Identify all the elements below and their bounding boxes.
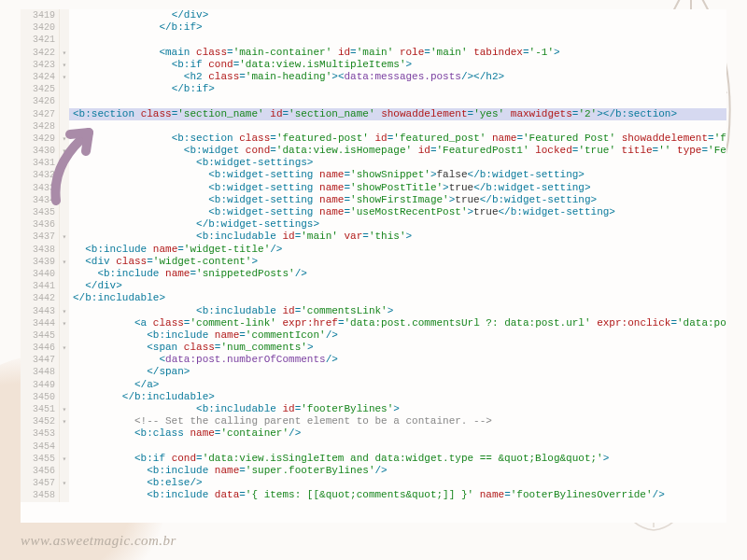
code-editor[interactable]: 3419 </div>3420 </b:if>34213422▾ <main c… xyxy=(21,9,726,523)
code-line[interactable]: 3450 </b:includable> xyxy=(21,391,726,403)
code-content[interactable]: <b:includable id='commentsLink'> xyxy=(69,305,393,317)
code-line[interactable]: 3431▾ <b:widget-settings> xyxy=(21,157,726,169)
line-number: 3442 xyxy=(21,292,60,304)
code-content[interactable]: </b:includable> xyxy=(69,292,165,304)
code-content[interactable]: <b:if cond='data:view.isSingleItem and d… xyxy=(69,453,609,465)
code-line[interactable]: 3443▾ <b:includable id='commentsLink'> xyxy=(21,305,726,317)
fold-toggle-icon[interactable]: ▾ xyxy=(60,403,69,415)
code-content[interactable]: <b:include name='widget-title'/> xyxy=(69,244,282,256)
code-line[interactable]: 3422▾ <main class='main-container' id='m… xyxy=(21,47,726,59)
code-content[interactable]: <!-- Set the calling parent element to b… xyxy=(69,415,492,427)
code-content[interactable]: <b:include name='snippetedPosts'/> xyxy=(69,268,307,280)
code-content[interactable]: <b:include data='{ items: [[&quot;commen… xyxy=(69,489,665,501)
fold-toggle-icon[interactable]: ▾ xyxy=(60,157,69,169)
code-content[interactable]: <b:includable id='footerBylines'> xyxy=(69,403,400,415)
fold-toggle-icon[interactable]: ▾ xyxy=(60,133,69,145)
code-line[interactable]: 3457▾ <b:else/> xyxy=(21,477,726,489)
code-content[interactable]: <main class='main-container' id='main' r… xyxy=(69,47,560,59)
code-line[interactable]: 3458 <b:include data='{ items: [[&quot;c… xyxy=(21,489,726,501)
code-content[interactable]: <a class='comment-link' expr:href='data:… xyxy=(69,317,726,329)
fold-toggle-icon[interactable]: ▾ xyxy=(60,256,69,268)
code-content[interactable]: <b:widget-setting name='showPostTitle'>t… xyxy=(69,182,591,194)
code-line[interactable]: 3426 xyxy=(21,95,726,107)
code-content[interactable]: </b:if> xyxy=(69,83,215,95)
fold-toggle-icon[interactable]: ▾ xyxy=(60,317,69,329)
code-content[interactable]: </span> xyxy=(69,366,190,378)
code-line[interactable]: 3427<b:section class='section_name' id='… xyxy=(21,108,726,120)
code-content[interactable]: <b:widget-setting name='useMostRecentPos… xyxy=(69,206,615,218)
fold-toggle-icon[interactable]: ▾ xyxy=(60,305,69,317)
code-content[interactable]: <b:includable id='main' var='this'> xyxy=(69,231,412,243)
fold-toggle-icon[interactable]: ▾ xyxy=(60,342,69,354)
code-line[interactable]: 3429▾ <b:section class='featured-post' i… xyxy=(21,133,726,145)
code-line[interactable]: 3425 </b:if> xyxy=(21,83,726,95)
code-content[interactable]: <b:widget-setting name='showSnippet'>fal… xyxy=(69,169,585,181)
code-line[interactable]: 3434 <b:widget-setting name='showFirstIm… xyxy=(21,194,726,206)
fold-toggle-icon[interactable]: ▾ xyxy=(60,145,69,157)
code-content[interactable]: <b:section class='featured-post' id='fea… xyxy=(69,133,726,145)
code-line[interactable]: 3448 </span> xyxy=(21,366,726,378)
code-line[interactable]: 3452▾ <!-- Set the calling parent elemen… xyxy=(21,415,726,427)
code-line[interactable]: 3419 </div> xyxy=(21,9,726,21)
code-line[interactable]: 3438 <b:include name='widget-title'/> xyxy=(21,244,726,256)
code-line[interactable]: 3455▾ <b:if cond='data:view.isSingleItem… xyxy=(21,453,726,465)
code-line[interactable]: 3440 <b:include name='snippetedPosts'/> xyxy=(21,268,726,280)
code-line[interactable]: 3432 <b:widget-setting name='showSnippet… xyxy=(21,169,726,181)
code-content[interactable] xyxy=(69,34,73,46)
code-line[interactable]: 3442</b:includable> xyxy=(21,292,726,304)
fold-toggle-icon[interactable]: ▾ xyxy=(60,59,69,71)
code-content[interactable]: </b:if> xyxy=(69,21,203,34)
code-content[interactable] xyxy=(69,120,73,133)
code-line[interactable]: 3453 <b:class name='container'/> xyxy=(21,427,726,440)
code-line[interactable]: 3423▾ <b:if cond='data:view.isMultipleIt… xyxy=(21,59,726,71)
code-content[interactable]: <h2 class='main-heading'><data:messages.… xyxy=(69,71,504,83)
code-content[interactable] xyxy=(69,95,73,107)
code-line[interactable]: 3449 </a> xyxy=(21,379,726,391)
fold-toggle-icon[interactable]: ▾ xyxy=(60,71,69,83)
code-line[interactable]: 3428 xyxy=(21,120,726,133)
code-content[interactable]: <div class='widget-content'> xyxy=(69,256,258,268)
code-content[interactable]: <b:include name='commentIcon'/> xyxy=(69,329,338,342)
code-content[interactable]: <b:if cond='data:view.isMultipleItems'> xyxy=(69,59,412,71)
code-content[interactable]: <b:class name='container'/> xyxy=(69,427,301,440)
code-line[interactable]: 3430▾ <b:widget cond='data:view.isHomepa… xyxy=(21,145,726,157)
code-line[interactable]: 3433 <b:widget-setting name='showPostTit… xyxy=(21,182,726,194)
code-line[interactable]: 3454 xyxy=(21,441,726,453)
code-content[interactable]: </div> xyxy=(69,9,208,21)
code-line[interactable]: 3436 </b:widget-settings> xyxy=(21,218,726,231)
code-content[interactable]: <span class='num_comments'> xyxy=(69,342,313,354)
fold-toggle-icon[interactable]: ▾ xyxy=(60,453,69,465)
code-content[interactable]: </div> xyxy=(69,280,122,292)
line-number: 3419 xyxy=(21,9,60,21)
code-content[interactable]: </b:includable> xyxy=(69,391,215,403)
code-content[interactable]: <b:widget-setting name='showFirstImage'>… xyxy=(69,194,597,206)
code-content[interactable]: </b:widget-settings> xyxy=(69,218,319,231)
code-line[interactable]: 3446▾ <span class='num_comments'> xyxy=(21,342,726,354)
fold-toggle-icon[interactable]: ▾ xyxy=(60,47,69,59)
code-line[interactable]: 3456 <b:include name='super.footerByline… xyxy=(21,465,726,477)
code-content[interactable]: <b:widget cond='data:view.isHomepage' id… xyxy=(69,145,726,157)
code-line[interactable]: 3451▾ <b:includable id='footerBylines'> xyxy=(21,403,726,415)
code-line[interactable]: 3447 <data:post.numberOfComments/> xyxy=(21,354,726,366)
code-content[interactable]: <data:post.numberOfComments/> xyxy=(69,354,338,366)
code-content[interactable]: <b:else/> xyxy=(69,477,203,489)
line-number: 3453 xyxy=(21,427,60,440)
code-content[interactable]: <b:widget-settings> xyxy=(69,157,313,169)
fold-toggle-icon[interactable]: ▾ xyxy=(60,415,69,427)
code-line[interactable]: 3420 </b:if> xyxy=(21,21,726,34)
code-content[interactable]: <b:include name='super.footerBylines'/> xyxy=(69,465,388,477)
code-content[interactable]: </a> xyxy=(69,379,159,391)
code-content[interactable]: <b:section class='section_name' id='sect… xyxy=(69,108,726,120)
code-line[interactable]: 3444▾ <a class='comment-link' expr:href=… xyxy=(21,317,726,329)
code-line[interactable]: 3424▾ <h2 class='main-heading'><data:mes… xyxy=(21,71,726,83)
code-line[interactable]: 3439▾ <div class='widget-content'> xyxy=(21,256,726,268)
code-line[interactable]: 3421 xyxy=(21,34,726,46)
code-content[interactable] xyxy=(69,441,73,453)
fold-toggle-icon[interactable]: ▾ xyxy=(60,231,69,243)
code-line[interactable]: 3441 </div> xyxy=(21,280,726,292)
line-number: 3435 xyxy=(21,206,60,218)
fold-toggle-icon[interactable]: ▾ xyxy=(60,477,69,489)
code-line[interactable]: 3435 <b:widget-setting name='useMostRece… xyxy=(21,206,726,218)
code-line[interactable]: 3445 <b:include name='commentIcon'/> xyxy=(21,329,726,342)
code-line[interactable]: 3437▾ <b:includable id='main' var='this'… xyxy=(21,231,726,243)
